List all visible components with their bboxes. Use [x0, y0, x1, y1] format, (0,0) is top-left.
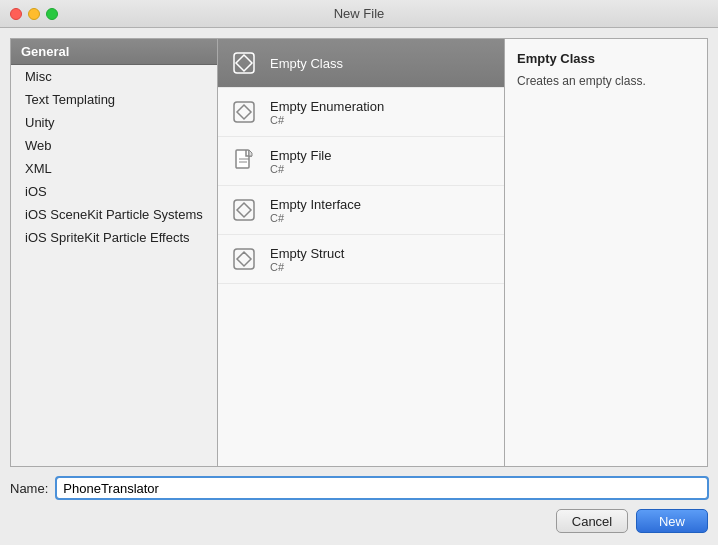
- empty-file-text: Empty File C#: [270, 148, 331, 175]
- empty-struct-text: Empty Struct C#: [270, 246, 344, 273]
- svg-marker-11: [237, 252, 251, 266]
- template-empty-file[interactable]: Empty File C#: [218, 137, 504, 186]
- empty-interface-text: Empty Interface C#: [270, 197, 361, 224]
- empty-struct-name: Empty Struct: [270, 246, 344, 261]
- new-button[interactable]: New: [636, 509, 708, 533]
- window-controls: [10, 8, 58, 20]
- left-panel: General Misc Text Templating Unity Web X…: [11, 39, 218, 466]
- template-empty-interface[interactable]: Empty Interface C#: [218, 186, 504, 235]
- name-input[interactable]: [56, 477, 708, 499]
- left-panel-header: General: [11, 39, 217, 65]
- svg-marker-3: [237, 105, 251, 119]
- sidebar-item-ios-spritekit[interactable]: iOS SpriteKit Particle Effects: [11, 226, 217, 249]
- main-content: General Misc Text Templating Unity Web X…: [0, 28, 718, 467]
- mid-panel: Empty Class Empty Enumeration C#: [218, 39, 505, 466]
- svg-marker-5: [249, 150, 252, 156]
- title-bar: New File: [0, 0, 718, 28]
- cancel-button[interactable]: Cancel: [556, 509, 628, 533]
- svg-marker-9: [237, 203, 251, 217]
- empty-enumeration-sub: C#: [270, 114, 384, 126]
- empty-file-icon: [228, 145, 260, 177]
- close-button[interactable]: [10, 8, 22, 20]
- template-empty-enumeration[interactable]: Empty Enumeration C#: [218, 88, 504, 137]
- button-row: Cancel New: [0, 509, 718, 545]
- template-empty-class[interactable]: Empty Class: [218, 39, 504, 88]
- maximize-button[interactable]: [46, 8, 58, 20]
- sidebar-item-xml[interactable]: XML: [11, 157, 217, 180]
- empty-interface-icon: [228, 194, 260, 226]
- sidebar-item-ios-scenekit[interactable]: iOS SceneKit Particle Systems: [11, 203, 217, 226]
- name-label: Name:: [10, 481, 48, 496]
- sidebar-item-unity[interactable]: Unity: [11, 111, 217, 134]
- empty-struct-sub: C#: [270, 261, 344, 273]
- name-bar: Name:: [0, 467, 718, 509]
- right-panel-description: Creates an empty class.: [517, 72, 695, 90]
- sidebar-item-ios[interactable]: iOS: [11, 180, 217, 203]
- svg-marker-1: [236, 55, 252, 71]
- empty-file-sub: C#: [270, 163, 331, 175]
- empty-file-name: Empty File: [270, 148, 331, 163]
- panels-container: General Misc Text Templating Unity Web X…: [10, 38, 708, 467]
- window-title: New File: [334, 6, 385, 21]
- empty-enumeration-icon: [228, 96, 260, 128]
- empty-struct-icon: [228, 243, 260, 275]
- empty-class-icon: [228, 47, 260, 79]
- sidebar-item-text-templating[interactable]: Text Templating: [11, 88, 217, 111]
- minimize-button[interactable]: [28, 8, 40, 20]
- template-empty-struct[interactable]: Empty Struct C#: [218, 235, 504, 284]
- sidebar-item-web[interactable]: Web: [11, 134, 217, 157]
- sidebar-item-misc[interactable]: Misc: [11, 65, 217, 88]
- empty-class-name: Empty Class: [270, 56, 343, 71]
- right-panel: Empty Class Creates an empty class.: [505, 39, 707, 466]
- empty-class-text: Empty Class: [270, 56, 343, 71]
- empty-enumeration-name: Empty Enumeration: [270, 99, 384, 114]
- empty-interface-name: Empty Interface: [270, 197, 361, 212]
- right-panel-title: Empty Class: [517, 51, 695, 66]
- empty-enumeration-text: Empty Enumeration C#: [270, 99, 384, 126]
- empty-interface-sub: C#: [270, 212, 361, 224]
